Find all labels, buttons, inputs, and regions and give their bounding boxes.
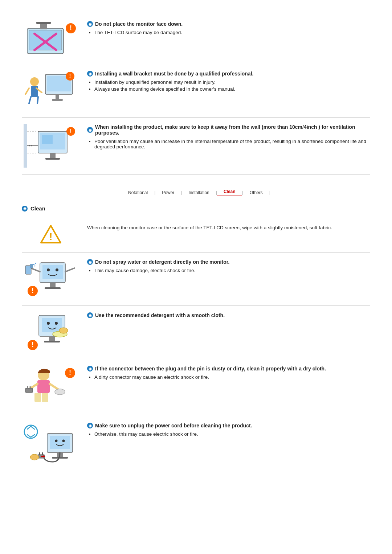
illustration-unplug bbox=[22, 423, 87, 466]
blue-dot-connector: ◉ bbox=[87, 366, 93, 372]
wall-bracket-svg: ! bbox=[24, 71, 78, 111]
bullets-ventilation: Poor ventilation may cause an increase i… bbox=[87, 139, 370, 149]
clean-section-heading: ◉ Clean bbox=[22, 205, 370, 212]
clean-content-no-spray: ◉ Do not spray water or detergent direct… bbox=[87, 259, 370, 275]
svg-rect-3 bbox=[36, 22, 51, 24]
bullets-no-spray: This may cause damage, electric shock or… bbox=[87, 268, 370, 273]
svg-rect-25 bbox=[42, 135, 53, 144]
svg-rect-74 bbox=[50, 436, 70, 449]
installation-row-wall-bracket: ! ◉ Installing a wall bracket must be do… bbox=[22, 64, 370, 118]
nav-installation[interactable]: Installation bbox=[182, 190, 216, 195]
clean-content-connector: ◉ If the connector between the plug and … bbox=[87, 366, 370, 381]
unplug-svg bbox=[24, 423, 78, 466]
blue-dot-icon-2: ◉ bbox=[87, 71, 93, 77]
illustration-detergent: ! bbox=[22, 312, 87, 352]
svg-text:!: ! bbox=[70, 128, 72, 134]
clean-blue-dot: ◉ bbox=[22, 206, 28, 212]
heading-ventilation: ◉ When installing the product, make sure… bbox=[87, 124, 370, 136]
svg-rect-20 bbox=[24, 124, 27, 168]
detergent-svg: ! bbox=[24, 312, 78, 352]
installation-content-wall-bracket: ◉ Installing a wall bracket must be done… bbox=[87, 71, 370, 93]
svg-rect-42 bbox=[30, 264, 33, 268]
svg-line-65 bbox=[50, 384, 58, 389]
svg-rect-10 bbox=[56, 94, 59, 100]
svg-rect-26 bbox=[50, 153, 56, 159]
svg-point-37 bbox=[47, 268, 50, 271]
svg-point-53 bbox=[55, 322, 58, 325]
installation-row-face-down: ! ◉ Do not place the monitor face down. … bbox=[22, 15, 370, 64]
warning-triangle-icon: ! bbox=[40, 224, 62, 246]
blue-dot-detergent: ◉ bbox=[87, 312, 93, 318]
svg-rect-46 bbox=[50, 283, 56, 288]
svg-point-45 bbox=[34, 266, 36, 267]
clean-content-detergent: ◉ Use the recommended detergent with a s… bbox=[87, 312, 370, 321]
svg-point-55 bbox=[59, 328, 68, 333]
navigation-bar: Notational | Power | Installation | Clea… bbox=[22, 189, 370, 198]
face-down-svg: ! bbox=[24, 21, 78, 57]
clean-intro-row: ! When cleaning the monitor case or the … bbox=[22, 217, 370, 253]
installation-row-ventilation: ↔ ! ◉ When installing the product, make … bbox=[22, 118, 370, 175]
installation-content-face-down: ◉ Do not place the monitor face down. Th… bbox=[87, 21, 370, 37]
svg-line-17 bbox=[37, 97, 38, 103]
bullets-unplug: Otherwise, this may cause electric shock… bbox=[87, 431, 370, 437]
svg-rect-11 bbox=[52, 99, 63, 101]
heading-connector: ◉ If the connector between the plug and … bbox=[87, 366, 370, 372]
ventilation-svg: ↔ ! bbox=[24, 124, 78, 168]
illustration-connector: ! bbox=[22, 366, 87, 409]
blue-dot-icon-3: ◉ bbox=[87, 127, 93, 133]
blue-dot-icon: ◉ bbox=[87, 21, 93, 27]
clean-row-no-spray: ! ◉ Do not spray water or detergent dire… bbox=[22, 253, 370, 306]
svg-rect-63 bbox=[42, 393, 48, 402]
svg-line-40 bbox=[65, 268, 74, 272]
svg-point-52 bbox=[47, 322, 50, 325]
heading-wall-bracket: ◉ Installing a wall bracket must be done… bbox=[87, 71, 370, 77]
svg-point-12 bbox=[30, 77, 39, 86]
blue-dot-unplug: ◉ bbox=[87, 423, 93, 428]
no-spray-svg: ! bbox=[24, 259, 78, 299]
illustration-ventilation: ↔ ! bbox=[22, 124, 87, 168]
bullets-connector: A dirty connector may cause an electric … bbox=[87, 374, 370, 380]
svg-text:!: ! bbox=[32, 287, 34, 294]
svg-point-43 bbox=[33, 264, 34, 265]
blue-dot-no-spray: ◉ bbox=[87, 259, 93, 265]
svg-point-75 bbox=[55, 440, 58, 442]
clean-intro-content: When cleaning the monitor case or the su… bbox=[87, 224, 370, 232]
heading-detergent: ◉ Use the recommended detergent with a s… bbox=[87, 312, 370, 318]
nav-power[interactable]: Power bbox=[155, 190, 181, 195]
svg-line-16 bbox=[29, 97, 31, 103]
connector-svg: ! bbox=[24, 366, 78, 409]
nav-notational[interactable]: Notational bbox=[122, 190, 154, 195]
svg-rect-57 bbox=[44, 341, 60, 342]
svg-text:!: ! bbox=[32, 341, 34, 348]
clean-row-unplug: ◉ Make sure to unplug the power cord bef… bbox=[22, 416, 370, 473]
svg-rect-56 bbox=[49, 336, 55, 341]
bullets-wall-bracket: Installation by unqualified personnel ma… bbox=[87, 79, 370, 92]
nav-others[interactable]: Others bbox=[243, 190, 269, 195]
svg-text:!: ! bbox=[49, 231, 52, 242]
clean-warning-icon-col: ! bbox=[22, 224, 87, 246]
svg-point-76 bbox=[62, 440, 65, 442]
svg-rect-62 bbox=[34, 393, 41, 402]
svg-rect-67 bbox=[25, 388, 33, 393]
svg-point-85 bbox=[24, 425, 37, 438]
svg-rect-13 bbox=[31, 86, 38, 97]
clean-row-connector: ! ◉ If the connector between the plug an… bbox=[22, 359, 370, 416]
svg-line-14 bbox=[25, 88, 29, 94]
svg-rect-27 bbox=[45, 158, 60, 160]
nav-clean[interactable]: Clean bbox=[217, 189, 242, 196]
illustration-wall-bracket: ! bbox=[22, 71, 87, 111]
svg-text:!: ! bbox=[69, 73, 71, 79]
heading-face-down: ◉ Do not place the monitor face down. bbox=[87, 21, 370, 27]
svg-text:↔: ↔ bbox=[28, 143, 33, 148]
svg-line-39 bbox=[31, 268, 40, 272]
illustration-face-down: ! bbox=[22, 21, 87, 57]
heading-unplug: ◉ Make sure to unplug the power cord bef… bbox=[87, 423, 370, 428]
installation-content-ventilation: ◉ When installing the product, make sure… bbox=[87, 124, 370, 151]
clean-content-unplug: ◉ Make sure to unplug the power cord bef… bbox=[87, 423, 370, 438]
svg-rect-61 bbox=[37, 380, 50, 393]
svg-rect-47 bbox=[45, 287, 61, 289]
svg-point-44 bbox=[35, 263, 36, 264]
svg-point-38 bbox=[56, 268, 58, 271]
illustration-no-spray: ! bbox=[22, 259, 87, 299]
svg-text:!: ! bbox=[69, 369, 71, 376]
